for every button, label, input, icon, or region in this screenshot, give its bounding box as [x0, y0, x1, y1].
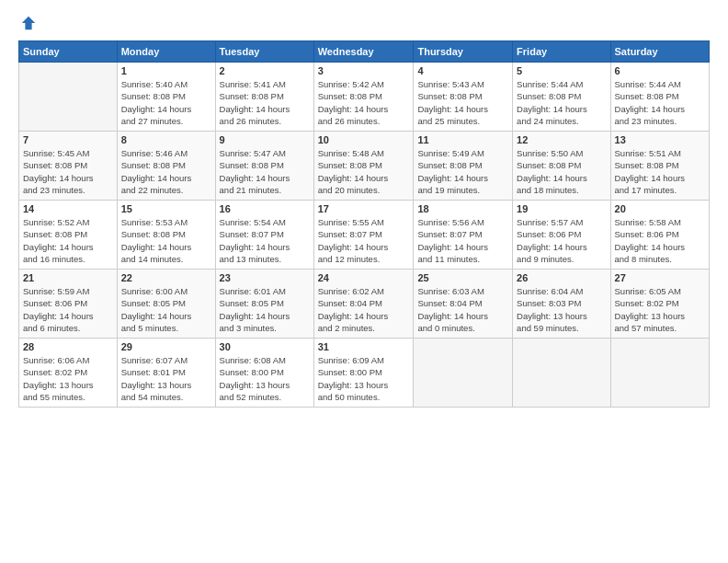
calendar-day-cell [610, 339, 709, 408]
calendar-day-cell: 4Sunrise: 5:43 AM Sunset: 8:08 PM Daylig… [414, 63, 513, 132]
day-info: Sunrise: 5:41 AM Sunset: 8:08 PM Dayligh… [220, 78, 310, 127]
calendar-day-cell: 3Sunrise: 5:42 AM Sunset: 8:08 PM Daylig… [313, 63, 414, 132]
calendar-day-cell: 21Sunrise: 5:59 AM Sunset: 8:06 PM Dayli… [19, 270, 118, 339]
calendar-header-cell: Sunday [19, 41, 118, 63]
calendar-day-cell: 20Sunrise: 5:58 AM Sunset: 8:06 PM Dayli… [610, 201, 709, 270]
calendar-day-cell: 17Sunrise: 5:55 AM Sunset: 8:07 PM Dayli… [313, 201, 414, 270]
calendar-header-cell: Tuesday [215, 41, 313, 63]
day-number: 18 [417, 203, 508, 214]
day-number: 22 [121, 272, 211, 283]
day-info: Sunrise: 5:47 AM Sunset: 8:08 PM Dayligh… [220, 147, 310, 196]
calendar-day-cell: 1Sunrise: 5:40 AM Sunset: 8:08 PM Daylig… [117, 63, 215, 132]
calendar-day-cell [513, 339, 610, 408]
calendar-day-cell: 25Sunrise: 6:03 AM Sunset: 8:04 PM Dayli… [414, 270, 513, 339]
calendar-day-cell: 31Sunrise: 6:09 AM Sunset: 8:00 PM Dayli… [313, 339, 414, 408]
day-number: 4 [417, 65, 508, 76]
day-number: 26 [517, 272, 606, 283]
day-info: Sunrise: 5:48 AM Sunset: 8:08 PM Dayligh… [318, 147, 410, 196]
day-info: Sunrise: 6:02 AM Sunset: 8:04 PM Dayligh… [318, 285, 410, 334]
calendar-day-cell: 6Sunrise: 5:44 AM Sunset: 8:08 PM Daylig… [610, 63, 709, 132]
day-info: Sunrise: 6:04 AM Sunset: 8:03 PM Dayligh… [517, 285, 606, 334]
day-info: Sunrise: 5:49 AM Sunset: 8:08 PM Dayligh… [417, 147, 508, 196]
calendar-day-cell: 10Sunrise: 5:48 AM Sunset: 8:08 PM Dayli… [313, 132, 414, 201]
calendar-header-cell: Saturday [610, 41, 709, 63]
day-info: Sunrise: 5:52 AM Sunset: 8:08 PM Dayligh… [23, 216, 113, 265]
calendar-day-cell: 19Sunrise: 5:57 AM Sunset: 8:06 PM Dayli… [513, 201, 610, 270]
day-info: Sunrise: 6:00 AM Sunset: 8:05 PM Dayligh… [121, 285, 211, 334]
day-number: 12 [517, 134, 606, 145]
day-number: 17 [318, 203, 410, 214]
day-number: 8 [121, 134, 211, 145]
day-info: Sunrise: 5:58 AM Sunset: 8:06 PM Dayligh… [615, 216, 705, 265]
calendar-body: 1Sunrise: 5:40 AM Sunset: 8:08 PM Daylig… [19, 63, 710, 408]
day-info: Sunrise: 6:07 AM Sunset: 8:01 PM Dayligh… [121, 354, 211, 403]
calendar-header-cell: Wednesday [313, 41, 414, 63]
day-number: 19 [517, 203, 606, 214]
calendar-day-cell [414, 339, 513, 408]
day-info: Sunrise: 5:42 AM Sunset: 8:08 PM Dayligh… [318, 78, 410, 127]
day-info: Sunrise: 5:57 AM Sunset: 8:06 PM Dayligh… [517, 216, 606, 265]
day-info: Sunrise: 5:54 AM Sunset: 8:07 PM Dayligh… [220, 216, 310, 265]
calendar-day-cell: 29Sunrise: 6:07 AM Sunset: 8:01 PM Dayli… [117, 339, 215, 408]
day-number: 9 [220, 134, 310, 145]
day-number: 3 [318, 65, 410, 76]
day-info: Sunrise: 5:44 AM Sunset: 8:08 PM Dayligh… [517, 78, 606, 127]
day-number: 20 [615, 203, 705, 214]
day-number: 10 [318, 134, 410, 145]
day-info: Sunrise: 5:40 AM Sunset: 8:08 PM Dayligh… [121, 78, 211, 127]
day-info: Sunrise: 5:59 AM Sunset: 8:06 PM Dayligh… [23, 285, 113, 334]
day-info: Sunrise: 5:44 AM Sunset: 8:08 PM Dayligh… [615, 78, 705, 127]
day-info: Sunrise: 5:56 AM Sunset: 8:07 PM Dayligh… [417, 216, 508, 265]
calendar-day-cell: 26Sunrise: 6:04 AM Sunset: 8:03 PM Dayli… [513, 270, 610, 339]
svg-marker-0 [22, 17, 35, 29]
calendar-day-cell: 15Sunrise: 5:53 AM Sunset: 8:08 PM Dayli… [117, 201, 215, 270]
day-info: Sunrise: 5:53 AM Sunset: 8:08 PM Dayligh… [121, 216, 211, 265]
day-number: 27 [615, 272, 705, 283]
day-number: 7 [23, 134, 113, 145]
calendar-day-cell: 14Sunrise: 5:52 AM Sunset: 8:08 PM Dayli… [19, 201, 118, 270]
day-number: 15 [121, 203, 211, 214]
day-number: 14 [23, 203, 113, 214]
day-info: Sunrise: 6:03 AM Sunset: 8:04 PM Dayligh… [417, 285, 508, 334]
day-number: 25 [417, 272, 508, 283]
calendar-week-row: 21Sunrise: 5:59 AM Sunset: 8:06 PM Dayli… [19, 270, 710, 339]
day-info: Sunrise: 6:05 AM Sunset: 8:02 PM Dayligh… [615, 285, 705, 334]
calendar-week-row: 14Sunrise: 5:52 AM Sunset: 8:08 PM Dayli… [19, 201, 710, 270]
calendar-day-cell: 18Sunrise: 5:56 AM Sunset: 8:07 PM Dayli… [414, 201, 513, 270]
calendar-day-cell: 23Sunrise: 6:01 AM Sunset: 8:05 PM Dayli… [215, 270, 313, 339]
page-container: SundayMondayTuesdayWednesdayThursdayFrid… [0, 0, 728, 417]
calendar-header-row: SundayMondayTuesdayWednesdayThursdayFrid… [19, 41, 710, 63]
day-number: 16 [220, 203, 310, 214]
day-info: Sunrise: 5:46 AM Sunset: 8:08 PM Dayligh… [121, 147, 211, 196]
calendar-day-cell: 9Sunrise: 5:47 AM Sunset: 8:08 PM Daylig… [215, 132, 313, 201]
day-number: 1 [121, 65, 211, 76]
calendar-week-row: 28Sunrise: 6:06 AM Sunset: 8:02 PM Dayli… [19, 339, 710, 408]
calendar-day-cell: 12Sunrise: 5:50 AM Sunset: 8:08 PM Dayli… [513, 132, 610, 201]
calendar-table: SundayMondayTuesdayWednesdayThursdayFrid… [18, 40, 710, 408]
day-number: 28 [23, 341, 113, 352]
day-number: 31 [318, 341, 410, 352]
calendar-week-row: 1Sunrise: 5:40 AM Sunset: 8:08 PM Daylig… [19, 63, 710, 132]
calendar-header-cell: Monday [117, 41, 215, 63]
calendar-day-cell: 2Sunrise: 5:41 AM Sunset: 8:08 PM Daylig… [215, 63, 313, 132]
day-number: 29 [121, 341, 211, 352]
day-info: Sunrise: 5:43 AM Sunset: 8:08 PM Dayligh… [417, 78, 508, 127]
day-info: Sunrise: 5:51 AM Sunset: 8:08 PM Dayligh… [615, 147, 705, 196]
calendar-day-cell: 11Sunrise: 5:49 AM Sunset: 8:08 PM Dayli… [414, 132, 513, 201]
calendar-day-cell: 16Sunrise: 5:54 AM Sunset: 8:07 PM Dayli… [215, 201, 313, 270]
logo-icon [20, 15, 37, 31]
calendar-day-cell: 24Sunrise: 6:02 AM Sunset: 8:04 PM Dayli… [313, 270, 414, 339]
day-number: 30 [220, 341, 310, 352]
day-number: 11 [417, 134, 508, 145]
day-info: Sunrise: 5:50 AM Sunset: 8:08 PM Dayligh… [517, 147, 606, 196]
calendar-header-cell: Friday [513, 41, 610, 63]
day-info: Sunrise: 6:06 AM Sunset: 8:02 PM Dayligh… [23, 354, 113, 403]
logo [18, 15, 37, 31]
calendar-header-cell: Thursday [414, 41, 513, 63]
calendar-day-cell: 8Sunrise: 5:46 AM Sunset: 8:08 PM Daylig… [117, 132, 215, 201]
calendar-day-cell: 22Sunrise: 6:00 AM Sunset: 8:05 PM Dayli… [117, 270, 215, 339]
calendar-day-cell: 13Sunrise: 5:51 AM Sunset: 8:08 PM Dayli… [610, 132, 709, 201]
day-info: Sunrise: 5:45 AM Sunset: 8:08 PM Dayligh… [23, 147, 113, 196]
day-info: Sunrise: 6:08 AM Sunset: 8:00 PM Dayligh… [220, 354, 310, 403]
calendar-day-cell: 5Sunrise: 5:44 AM Sunset: 8:08 PM Daylig… [513, 63, 610, 132]
